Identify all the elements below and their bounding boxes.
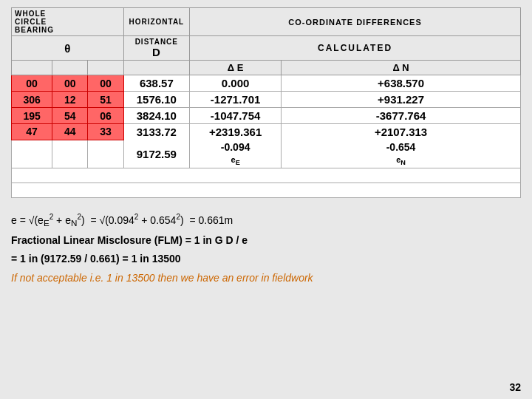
whole-circle-bearing-header: WHOLE CIRCLE BEARING — [12, 8, 124, 36]
row1-c1: 00 — [12, 75, 52, 92]
row3-c1: 195 — [12, 108, 52, 124]
row5-dE2: -0.094 eE — [190, 140, 282, 168]
theta-label: θ — [12, 36, 124, 61]
bearing-label: BEARING — [15, 26, 120, 34]
flm-line1: Fractional Linear Misclosure (FLM) = 1 i… — [11, 232, 521, 248]
empty-row2 — [12, 183, 521, 198]
row4-c2: 44 — [52, 124, 88, 140]
row1-c2: 00 — [52, 75, 88, 92]
coord-diff-header: CO-ORDINATE DIFFERENCES — [190, 8, 521, 36]
row1-dN: +638.570 — [282, 75, 521, 92]
horizontal-label: HORIZONTAL — [123, 8, 190, 36]
row3-dN: -3677.764 — [282, 108, 521, 124]
row4-c3: 33 — [88, 124, 123, 140]
row5-D2: 9172.59 — [123, 140, 190, 168]
row2-c1: 306 — [12, 92, 52, 108]
row1-D: 638.57 — [123, 75, 190, 92]
row2-c2: 12 — [52, 92, 88, 108]
flm-line2: = 1 in (9172.59 / 0.661) = 1 in 13500 — [11, 250, 521, 267]
circle-label: CIRCLE — [15, 18, 120, 26]
row1-c3: 00 — [88, 75, 123, 92]
warning-line: If not acceptable i.e. 1 in 13500 then w… — [11, 270, 521, 286]
row3-c3: 06 — [88, 108, 123, 124]
col1-spacer — [12, 61, 52, 75]
row5-c3 — [88, 140, 123, 168]
row5-c2 — [52, 140, 88, 168]
row4-D1: 3133.72 — [123, 124, 190, 140]
row1-dE: 0.000 — [190, 75, 282, 92]
row5-c1 — [12, 140, 52, 168]
row4-c1: 47 — [12, 124, 52, 140]
col2-spacer — [52, 61, 88, 75]
row2-D: 1576.10 — [123, 92, 190, 108]
delta-n-header: Δ N — [282, 61, 521, 75]
row3-D: 3824.10 — [123, 108, 190, 124]
row3-c2: 54 — [52, 108, 88, 124]
whole-label: WHOLE — [15, 10, 120, 18]
empty-row1 — [12, 168, 521, 183]
page-number: 32 — [509, 381, 521, 393]
row5-dN2: -0.654 eN — [282, 140, 521, 168]
d-spacer — [123, 61, 190, 75]
distance-label: DISTANCE D — [123, 36, 190, 61]
row3-dE: -1047.754 — [190, 108, 282, 124]
row4-dN1: +2107.313 — [282, 124, 521, 140]
delta-e-header: Δ E — [190, 61, 282, 75]
row4-dE1: +2319.361 — [190, 124, 282, 140]
formula-line: e = √(eE2 + eN2) = √(0.0942 + 0.6542) = … — [11, 211, 521, 231]
col3-spacer — [88, 61, 123, 75]
calculated-label: CALCULATED — [190, 36, 521, 61]
row2-c3: 51 — [88, 92, 123, 108]
row2-dN: +931.227 — [282, 92, 521, 108]
row2-dE: -1271.701 — [190, 92, 282, 108]
